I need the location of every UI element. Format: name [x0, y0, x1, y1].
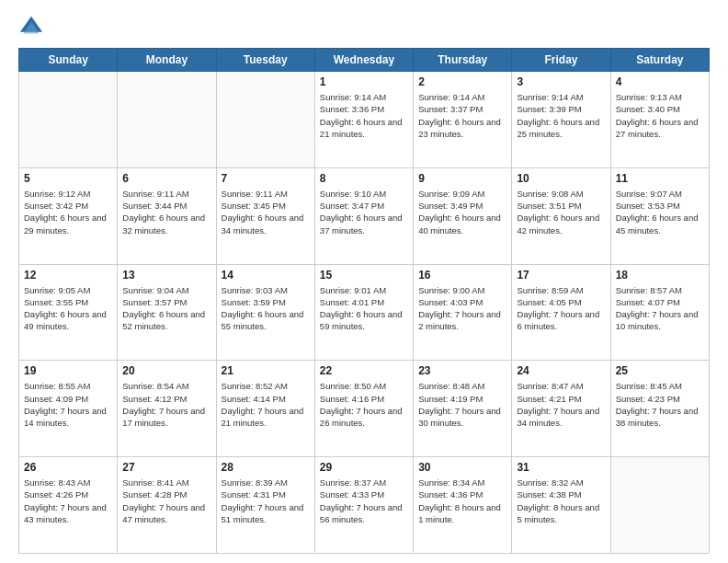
day-info: Sunrise: 8:34 AM Sunset: 4:36 PM Dayligh…	[418, 477, 506, 525]
day-header-saturday: Saturday	[610, 49, 709, 72]
day-info: Sunrise: 9:14 AM Sunset: 3:36 PM Dayligh…	[320, 91, 408, 140]
day-info: Sunrise: 8:54 AM Sunset: 4:12 PM Dayligh…	[122, 380, 210, 429]
calendar-cell: 30Sunrise: 8:34 AM Sunset: 4:36 PM Dayli…	[414, 457, 512, 554]
day-number: 21	[222, 364, 310, 377]
calendar-cell: 28Sunrise: 8:39 AM Sunset: 4:31 PM Dayli…	[216, 457, 314, 554]
day-number: 10	[517, 172, 605, 185]
calendar-cell: 14Sunrise: 9:03 AM Sunset: 3:59 PM Dayli…	[216, 264, 314, 361]
day-info: Sunrise: 8:39 AM Sunset: 4:31 PM Dayligh…	[222, 477, 310, 525]
calendar-cell	[610, 457, 709, 554]
day-number: 22	[320, 364, 408, 377]
day-number: 20	[122, 364, 210, 377]
day-info: Sunrise: 8:41 AM Sunset: 4:28 PM Dayligh…	[122, 477, 210, 525]
day-number: 26	[24, 461, 112, 474]
day-number: 14	[222, 269, 310, 282]
day-header-wednesday: Wednesday	[314, 49, 413, 72]
calendar-cell: 17Sunrise: 8:59 AM Sunset: 4:05 PM Dayli…	[512, 264, 610, 361]
calendar-cell: 3Sunrise: 9:14 AM Sunset: 3:39 PM Daylig…	[512, 72, 610, 168]
calendar-header-row: SundayMondayTuesdayWednesdayThursdayFrid…	[19, 49, 710, 72]
calendar-cell: 15Sunrise: 9:01 AM Sunset: 4:01 PM Dayli…	[314, 264, 413, 361]
calendar-cell: 25Sunrise: 8:45 AM Sunset: 4:23 PM Dayli…	[610, 361, 709, 457]
day-number: 31	[517, 461, 605, 474]
calendar-cell: 11Sunrise: 9:07 AM Sunset: 3:53 PM Dayli…	[610, 167, 709, 264]
calendar-cell: 16Sunrise: 9:00 AM Sunset: 4:03 PM Dayli…	[414, 264, 512, 361]
day-info: Sunrise: 9:14 AM Sunset: 3:39 PM Dayligh…	[517, 91, 605, 140]
day-info: Sunrise: 9:13 AM Sunset: 3:40 PM Dayligh…	[616, 91, 704, 140]
calendar-cell: 18Sunrise: 8:57 AM Sunset: 4:07 PM Dayli…	[610, 264, 709, 361]
calendar-cell: 31Sunrise: 8:32 AM Sunset: 4:38 PM Dayli…	[512, 457, 610, 554]
day-info: Sunrise: 8:43 AM Sunset: 4:26 PM Dayligh…	[24, 477, 112, 525]
day-header-monday: Monday	[118, 49, 216, 72]
calendar-cell: 26Sunrise: 8:43 AM Sunset: 4:26 PM Dayli…	[19, 457, 118, 554]
calendar-cell	[216, 72, 314, 168]
day-number: 24	[517, 364, 605, 377]
day-number: 17	[517, 269, 605, 282]
logo-icon	[18, 15, 44, 40]
day-number: 15	[320, 269, 408, 282]
calendar-cell	[19, 72, 118, 168]
calendar-table: SundayMondayTuesdayWednesdayThursdayFrid…	[18, 48, 710, 554]
calendar-cell: 24Sunrise: 8:47 AM Sunset: 4:21 PM Dayli…	[512, 361, 610, 457]
day-header-friday: Friday	[512, 49, 610, 72]
calendar-cell: 12Sunrise: 9:05 AM Sunset: 3:55 PM Dayli…	[19, 264, 118, 361]
day-header-tuesday: Tuesday	[216, 49, 314, 72]
calendar-cell: 1Sunrise: 9:14 AM Sunset: 3:36 PM Daylig…	[314, 72, 413, 168]
day-info: Sunrise: 9:12 AM Sunset: 3:42 PM Dayligh…	[24, 188, 112, 236]
day-number: 19	[24, 364, 112, 377]
day-info: Sunrise: 8:50 AM Sunset: 4:16 PM Dayligh…	[320, 380, 408, 429]
day-number: 8	[320, 172, 408, 185]
calendar-week-2: 5Sunrise: 9:12 AM Sunset: 3:42 PM Daylig…	[19, 167, 710, 264]
day-number: 5	[24, 172, 112, 185]
day-info: Sunrise: 9:11 AM Sunset: 3:45 PM Dayligh…	[222, 188, 310, 236]
day-info: Sunrise: 9:08 AM Sunset: 3:51 PM Dayligh…	[517, 188, 605, 236]
calendar-cell: 8Sunrise: 9:10 AM Sunset: 3:47 PM Daylig…	[314, 167, 413, 264]
day-number: 7	[222, 172, 310, 185]
day-info: Sunrise: 8:32 AM Sunset: 4:38 PM Dayligh…	[517, 477, 605, 525]
calendar-cell	[118, 72, 216, 168]
calendar-cell: 10Sunrise: 9:08 AM Sunset: 3:51 PM Dayli…	[512, 167, 610, 264]
day-info: Sunrise: 8:45 AM Sunset: 4:23 PM Dayligh…	[616, 380, 704, 429]
calendar-week-5: 26Sunrise: 8:43 AM Sunset: 4:26 PM Dayli…	[19, 457, 710, 554]
day-number: 4	[616, 75, 704, 88]
day-number: 16	[418, 269, 506, 282]
day-info: Sunrise: 9:09 AM Sunset: 3:49 PM Dayligh…	[418, 188, 506, 236]
calendar-cell: 20Sunrise: 8:54 AM Sunset: 4:12 PM Dayli…	[118, 361, 216, 457]
calendar-week-4: 19Sunrise: 8:55 AM Sunset: 4:09 PM Dayli…	[19, 361, 710, 457]
calendar-cell: 5Sunrise: 9:12 AM Sunset: 3:42 PM Daylig…	[19, 167, 118, 264]
day-info: Sunrise: 9:11 AM Sunset: 3:44 PM Dayligh…	[122, 188, 210, 236]
calendar-cell: 2Sunrise: 9:14 AM Sunset: 3:37 PM Daylig…	[414, 72, 512, 168]
calendar-cell: 4Sunrise: 9:13 AM Sunset: 3:40 PM Daylig…	[610, 72, 709, 168]
day-number: 2	[418, 75, 506, 88]
calendar-week-3: 12Sunrise: 9:05 AM Sunset: 3:55 PM Dayli…	[19, 264, 710, 361]
calendar-cell: 9Sunrise: 9:09 AM Sunset: 3:49 PM Daylig…	[414, 167, 512, 264]
calendar-week-1: 1Sunrise: 9:14 AM Sunset: 3:36 PM Daylig…	[19, 72, 710, 168]
day-number: 1	[320, 75, 408, 88]
day-number: 3	[517, 75, 605, 88]
day-number: 13	[122, 269, 210, 282]
day-number: 18	[616, 269, 704, 282]
day-info: Sunrise: 8:47 AM Sunset: 4:21 PM Dayligh…	[517, 380, 605, 429]
header	[18, 15, 710, 40]
calendar-cell: 7Sunrise: 9:11 AM Sunset: 3:45 PM Daylig…	[216, 167, 314, 264]
day-number: 9	[418, 172, 506, 185]
day-number: 11	[616, 172, 704, 185]
day-number: 23	[418, 364, 506, 377]
day-info: Sunrise: 9:03 AM Sunset: 3:59 PM Dayligh…	[222, 284, 310, 333]
day-info: Sunrise: 8:59 AM Sunset: 4:05 PM Dayligh…	[517, 284, 605, 333]
day-info: Sunrise: 9:07 AM Sunset: 3:53 PM Dayligh…	[616, 188, 704, 236]
day-info: Sunrise: 8:52 AM Sunset: 4:14 PM Dayligh…	[222, 380, 310, 429]
day-info: Sunrise: 9:01 AM Sunset: 4:01 PM Dayligh…	[320, 284, 408, 333]
calendar-cell: 29Sunrise: 8:37 AM Sunset: 4:33 PM Dayli…	[314, 457, 413, 554]
day-number: 12	[24, 269, 112, 282]
day-info: Sunrise: 9:00 AM Sunset: 4:03 PM Dayligh…	[418, 284, 506, 333]
calendar-cell: 27Sunrise: 8:41 AM Sunset: 4:28 PM Dayli…	[118, 457, 216, 554]
calendar-cell: 22Sunrise: 8:50 AM Sunset: 4:16 PM Dayli…	[314, 361, 413, 457]
day-info: Sunrise: 8:48 AM Sunset: 4:19 PM Dayligh…	[418, 380, 506, 429]
day-info: Sunrise: 9:05 AM Sunset: 3:55 PM Dayligh…	[24, 284, 112, 333]
day-number: 27	[122, 461, 210, 474]
day-header-sunday: Sunday	[19, 49, 118, 72]
calendar-cell: 23Sunrise: 8:48 AM Sunset: 4:19 PM Dayli…	[414, 361, 512, 457]
day-number: 6	[122, 172, 210, 185]
day-info: Sunrise: 9:10 AM Sunset: 3:47 PM Dayligh…	[320, 188, 408, 236]
day-info: Sunrise: 8:37 AM Sunset: 4:33 PM Dayligh…	[320, 477, 408, 525]
